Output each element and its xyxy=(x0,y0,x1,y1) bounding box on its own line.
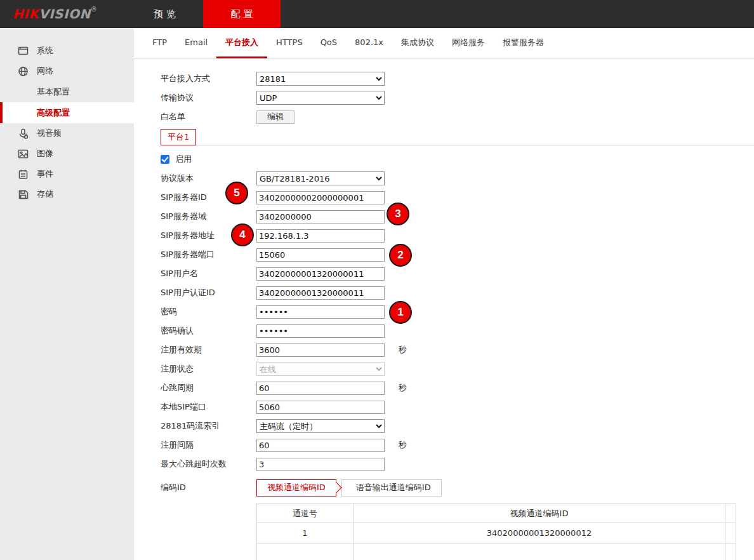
logo-hik: HIK xyxy=(13,6,39,22)
sip-domain-input[interactable] xyxy=(256,210,385,223)
form-row: 心跳周期 秒 xyxy=(161,378,754,397)
password-label: 密码 xyxy=(161,306,256,317)
registration-interval-label: 注册间隔 xyxy=(161,439,256,451)
encode-id-table: 通道号 视频通道编码ID 1 34020000001320000012 xyxy=(256,503,736,560)
top-tab-preview[interactable]: 预 览 xyxy=(126,0,203,28)
sip-address-input[interactable] xyxy=(256,229,385,243)
tab-qos[interactable]: QoS xyxy=(312,28,346,58)
tab-https[interactable]: HTTPS xyxy=(267,28,312,58)
form-row: 平台接入方式 28181 xyxy=(161,69,754,88)
top-tab-config[interactable]: 配 置 xyxy=(203,0,281,28)
stream-index-select[interactable]: 主码流（定时） xyxy=(256,419,385,433)
empty-cell xyxy=(725,543,736,560)
sip-port-input[interactable] xyxy=(256,248,385,262)
enable-checkbox[interactable] xyxy=(161,155,169,164)
tab-8021x[interactable]: 802.1x xyxy=(346,28,392,58)
seconds-unit: 秒 xyxy=(399,439,407,451)
whitelist-label: 白名单 xyxy=(161,111,256,123)
sip-auth-id-input[interactable] xyxy=(256,286,385,300)
sip-server-id-input[interactable] xyxy=(256,191,385,204)
registration-status-label: 注册状态 xyxy=(161,363,256,375)
video-channel-encode-id-cell: 34020000001320000012 xyxy=(354,523,725,543)
registration-validity-input[interactable] xyxy=(256,343,385,357)
registration-interval-input[interactable] xyxy=(256,439,385,452)
max-heartbeat-timeout-input[interactable] xyxy=(256,458,385,471)
access-mode-select[interactable]: 28181 xyxy=(256,72,385,86)
sidebar-item-label: 存储 xyxy=(37,189,53,200)
form-row: SIP服务器域 xyxy=(161,207,754,226)
image-icon xyxy=(18,149,29,159)
settings-tab-bar: FTP Email 平台接入 HTTPS QoS 802.1x 集成协议 网络服… xyxy=(134,28,754,58)
seconds-unit: 秒 xyxy=(399,382,407,394)
form-row: 密码确认 xyxy=(161,321,754,340)
form-row: 28181码流索引 主码流（定时） xyxy=(161,417,754,436)
sidebar-item-advanced-config[interactable]: 高级配置 xyxy=(0,102,134,123)
sidebar-item-basic-config[interactable]: 基本配置 xyxy=(0,81,134,102)
whitelist-edit-button[interactable]: 编辑 xyxy=(256,110,294,124)
form-row: SIP服务器端口 xyxy=(161,245,754,264)
sidebar: 系统 网络 基本配置 高级配置 视音频 图像 事件 存储 xyxy=(0,28,134,560)
sidebar-item-label: 系统 xyxy=(37,45,53,57)
sidebar-item-label: 基本配置 xyxy=(37,86,70,98)
table-row[interactable]: 1 34020000001320000012 xyxy=(257,523,736,543)
sip-auth-id-label: SIP用户认证ID xyxy=(161,287,256,298)
registration-validity-label: 注册有效期 xyxy=(161,344,256,356)
sidebar-item-label: 视音频 xyxy=(37,128,62,139)
form-row: 本地SIP端口 xyxy=(161,397,754,417)
form-row: SIP用户认证ID xyxy=(161,283,754,302)
platform-1-tab[interactable]: 平台1 xyxy=(161,129,196,145)
tab-email[interactable]: Email xyxy=(176,28,216,58)
password-confirm-input[interactable] xyxy=(256,324,385,338)
sidebar-item-label: 网络 xyxy=(37,65,53,77)
video-channel-encode-id-cell xyxy=(354,543,725,560)
local-sip-port-label: 本地SIP端口 xyxy=(161,401,256,413)
topbar: HIKVISION® 预 览 配 置 xyxy=(0,0,754,28)
local-sip-port-input[interactable] xyxy=(256,401,385,414)
tab-alarm-server[interactable]: 报警服务器 xyxy=(494,28,553,58)
table-row[interactable] xyxy=(257,543,736,560)
encode-id-label: 编码ID xyxy=(161,482,256,493)
sidebar-item-storage[interactable]: 存储 xyxy=(0,184,134,204)
annotation-badge-4: 4 xyxy=(231,223,254,246)
tab-integration-protocol[interactable]: 集成协议 xyxy=(392,28,443,58)
stream-index-label: 28181码流索引 xyxy=(161,420,256,432)
storage-save-icon xyxy=(18,189,29,200)
enable-row: 启用 xyxy=(161,150,754,169)
sidebar-item-audio-video[interactable]: 视音频 xyxy=(0,123,134,143)
sidebar-item-event[interactable]: 事件 xyxy=(0,164,134,184)
annotation-badge-2: 2 xyxy=(389,244,412,267)
sip-domain-label: SIP服务器域 xyxy=(161,211,256,222)
microphone-icon xyxy=(18,128,29,139)
tab-platform-access[interactable]: 平台接入 xyxy=(216,28,267,58)
access-mode-label: 平台接入方式 xyxy=(161,73,256,84)
audio-output-encode-tab[interactable]: 语音输出通道编码ID xyxy=(341,479,442,497)
sip-user-label: SIP用户名 xyxy=(161,268,256,279)
event-calendar-icon xyxy=(18,169,29,180)
tab-network-service[interactable]: 网络服务 xyxy=(443,28,494,58)
form-row: 最大心跳超时次数 xyxy=(161,455,754,474)
registration-status-select: 在线 xyxy=(256,362,385,376)
top-navigation: 预 览 配 置 xyxy=(126,0,281,28)
sidebar-item-label: 事件 xyxy=(37,168,53,180)
sidebar-item-image[interactable]: 图像 xyxy=(0,143,134,164)
video-channel-encode-tab[interactable]: 视频通道编码ID xyxy=(256,479,336,497)
max-heartbeat-timeout-label: 最大心跳超时次数 xyxy=(161,458,256,470)
form-row: 传输协议 UDP xyxy=(161,88,754,107)
password-input[interactable] xyxy=(256,305,385,319)
seconds-unit: 秒 xyxy=(399,344,407,356)
sidebar-item-network[interactable]: 网络 xyxy=(0,61,134,81)
video-channel-encode-id-header: 视频通道编码ID xyxy=(354,504,725,523)
transport-protocol-select[interactable]: UDP xyxy=(256,91,385,105)
logo-registered-mark: ® xyxy=(91,6,98,13)
heartbeat-interval-input[interactable] xyxy=(256,382,385,395)
protocol-version-select[interactable]: GB/T28181-2016 xyxy=(256,171,385,185)
platform-tab-strip: 平台1 xyxy=(161,126,754,145)
annotation-badge-3: 3 xyxy=(387,203,409,225)
tab-ftp[interactable]: FTP xyxy=(143,28,176,58)
hikvision-logo: HIKVISION® xyxy=(13,0,97,28)
sidebar-item-label: 图像 xyxy=(37,148,53,159)
form-row: 注册有效期 秒 xyxy=(161,340,754,359)
empty-cell xyxy=(725,523,736,543)
sip-user-input[interactable] xyxy=(256,267,385,281)
sidebar-item-system[interactable]: 系统 xyxy=(0,41,134,61)
